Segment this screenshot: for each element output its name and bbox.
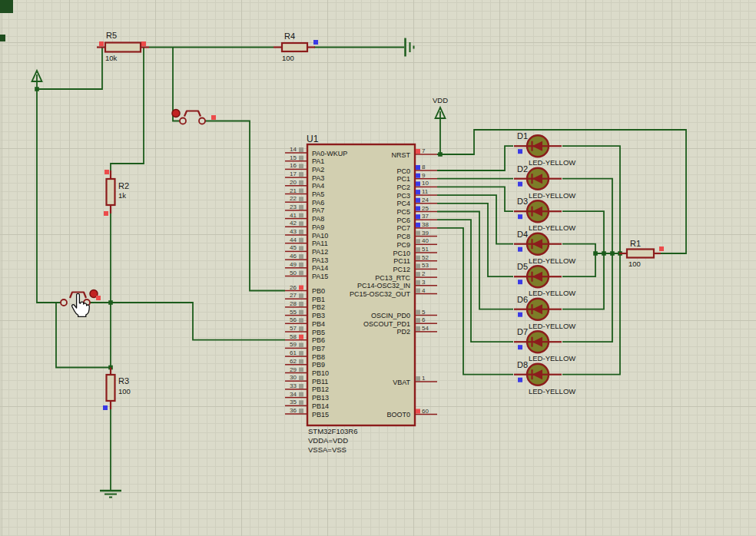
pin-name: PA4 [312, 182, 324, 190]
pin-number: 49 [290, 261, 297, 268]
led-type: LED-YELLOW [529, 354, 575, 362]
pin-number: 42 [290, 220, 297, 227]
pin-marker [299, 286, 303, 290]
resistor-R5[interactable]: R5 10k [97, 31, 149, 62]
pin-marker [416, 247, 420, 252]
led-type: LED-YELLOW [529, 223, 575, 232]
pin-name: PB8 [312, 353, 325, 361]
pin-name: PB5 [312, 329, 325, 336]
resistor-R3[interactable]: R3 100 [107, 368, 131, 410]
wire-segment[interactable] [111, 48, 144, 171]
led-D6[interactable]: D6LED-YELLOW [514, 295, 575, 330]
wire-segment[interactable] [437, 220, 513, 342]
pin-marker [299, 409, 303, 413]
wire-segment[interactable] [205, 121, 285, 291]
resistor-value: 1k [118, 191, 126, 200]
resistor-value: 100 [118, 387, 131, 395]
pin-marker [518, 378, 522, 382]
pin-marker [211, 115, 216, 120]
pin-number: 53 [422, 262, 429, 269]
pin-number: 11 [422, 188, 429, 195]
pin-marker [299, 392, 303, 397]
pin-name: PC1 [396, 175, 410, 183]
pin-number: 27 [290, 292, 297, 299]
pin-marker [299, 302, 303, 306]
resistor-R1[interactable]: R1 100 [619, 239, 661, 268]
pin-number: 21 [290, 187, 297, 194]
pin-marker [416, 181, 420, 186]
pin-marker [104, 170, 109, 174]
wire-segment[interactable] [437, 203, 513, 276]
mcu-U1[interactable]: U1 14PA0-WKUP15PA116PA217PA320PA421PA522… [285, 134, 437, 454]
resistor-R4[interactable]: R4 100 [274, 31, 315, 62]
wire-segment[interactable] [37, 89, 61, 303]
wire-segment[interactable] [437, 146, 513, 170]
pin-name: PB10 [312, 369, 329, 377]
resistor-ref: R1 [630, 239, 641, 248]
pin-number: 38 [422, 221, 429, 228]
pin-number: 25 [422, 205, 429, 212]
pin-name: PB11 [312, 378, 328, 385]
pin-marker [299, 368, 303, 372]
pin-marker [299, 351, 303, 356]
pin-name: PC5 [396, 208, 410, 216]
pin-number: 24 [422, 197, 429, 203]
pin-name: PB7 [312, 345, 325, 352]
pin-marker [299, 310, 303, 315]
pin-marker [659, 246, 664, 251]
junction-dot [602, 251, 606, 256]
pin-marker [141, 41, 146, 46]
pin-name: PC4 [396, 200, 410, 207]
pin-marker [299, 376, 303, 380]
pin-name: PC6 [396, 217, 410, 224]
pin-name: PC13_RTC [375, 274, 410, 282]
wire-segment[interactable] [437, 187, 513, 211]
pin-marker [313, 40, 318, 45]
pin-name: PA10 [312, 232, 328, 240]
wire-segment[interactable] [437, 228, 513, 375]
wire-segment[interactable] [90, 303, 285, 340]
pin-marker [299, 384, 303, 389]
button-actuator[interactable] [172, 110, 180, 117]
pin-number: 9 [422, 172, 426, 179]
pin-name: PA7 [312, 207, 324, 214]
led-D7[interactable]: D7LED-YELLOW [514, 327, 575, 362]
junction-dot [593, 251, 598, 256]
pin-name: PA3 [312, 174, 324, 182]
schematic-canvas: VDD R5 10k R4 100 R2 1k R3 1 [0, 0, 756, 536]
wire-segment[interactable] [437, 212, 513, 309]
pin-name: PA12 [312, 248, 328, 256]
pin-marker [416, 149, 420, 154]
led-ref: D1 [517, 131, 528, 141]
resistor-ref: R2 [118, 181, 129, 190]
pin-marker [299, 335, 303, 339]
led-ref: D5 [517, 262, 528, 271]
wire-segment[interactable] [37, 48, 102, 90]
led-D8[interactable]: D8LED-YELLOW [514, 360, 575, 395]
led-D3[interactable]: D3LED-YELLOW [514, 197, 575, 232]
pin-name: PA13 [312, 256, 328, 264]
led-D4[interactable]: D4LED-YELLOW [514, 230, 575, 265]
pin-name: PC11 [393, 257, 410, 265]
ground-terminal-rotated[interactable] [406, 38, 414, 57]
junction-dot [438, 152, 443, 157]
pin-number: 44 [290, 237, 297, 243]
pin-name: PA14 [312, 264, 328, 272]
pin-name: NRST [392, 151, 411, 159]
pin-marker [299, 156, 303, 160]
led-D5[interactable]: D5LED-YELLOW [514, 262, 575, 297]
pin-name: PB1 [312, 296, 325, 303]
pin-number: 30 [290, 374, 297, 381]
pin-name: PB6 [312, 336, 325, 344]
pin-marker [518, 280, 522, 284]
pin-number: 2 [422, 270, 426, 277]
resistor-R2[interactable]: R2 1k [107, 170, 130, 213]
ground-terminal-bottom[interactable] [100, 491, 121, 498]
pin-number: 14 [290, 146, 297, 153]
pin-name: PB0 [312, 287, 325, 295]
led-D2[interactable]: D2LED-YELLOW [514, 164, 575, 200]
pin-name: PC0 [396, 167, 410, 175]
led-D1[interactable]: D1LED-YELLOW [514, 131, 575, 167]
push-button-2[interactable] [172, 110, 205, 124]
led-ref: D8 [517, 360, 528, 369]
